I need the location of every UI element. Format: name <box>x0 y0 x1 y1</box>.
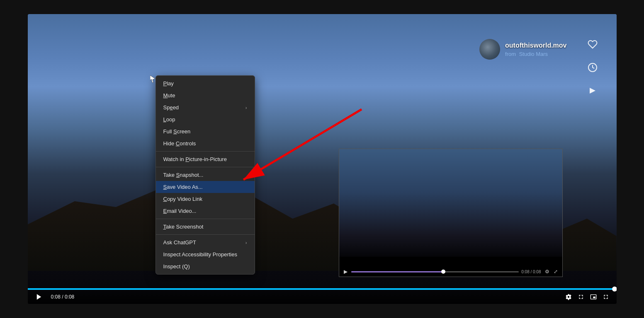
menu-item-mute-label: Mute <box>163 92 175 99</box>
inner-fullscreen-button[interactable]: ⤢ <box>552 268 559 275</box>
menu-item-play-label: Play <box>163 80 174 87</box>
menu-item-speed-label: Speed <box>163 104 179 111</box>
menu-item-hide-controls-label: Hide Controls <box>163 140 196 147</box>
inner-video-controls: ▶ 0:08 / 0:08 ⚙ ⤢ <box>339 267 562 277</box>
separator-4 <box>156 234 255 235</box>
time-display: 0:08 / 0:08 <box>51 294 75 300</box>
menu-item-email-video-label: Email Video... <box>163 208 197 214</box>
menu-item-hide-controls[interactable]: Hide Controls <box>156 137 255 149</box>
menu-item-copy-link[interactable]: Copy Video Link <box>156 193 255 205</box>
menu-item-inspect[interactable]: Inspect (Q) <box>156 260 255 272</box>
controls-row: 0:08 / 0:08 <box>28 290 617 304</box>
menu-item-loop[interactable]: Loop <box>156 113 255 125</box>
menu-item-inspect-accessibility-label: Inspect Accessibility Properties <box>163 251 237 258</box>
video-thumbnail <box>479 39 500 60</box>
menu-item-screenshot[interactable]: Take Screenshot <box>156 221 255 233</box>
menu-item-email-video[interactable]: Email Video... <box>156 205 255 217</box>
video-right-actions <box>585 37 600 98</box>
menu-item-save-video[interactable]: Save Video As... <box>156 181 255 193</box>
time-total: 0:08 <box>65 294 74 300</box>
time-separator: / <box>62 294 65 300</box>
history-button[interactable] <box>585 60 600 75</box>
video-info-text: outofthisworld.mov from Studio Mars <box>505 42 566 57</box>
menu-item-loop-label: Loop <box>163 116 175 123</box>
inner-time-display: 0:08 / 0:08 <box>521 270 541 274</box>
menu-item-inspect-label: Inspect (Q) <box>163 263 190 270</box>
chatgpt-chevron-icon: › <box>245 240 247 245</box>
progress-fill <box>28 288 617 290</box>
svg-marker-1 <box>590 88 595 94</box>
video-top-info: outofthisworld.mov from Studio Mars <box>479 39 566 60</box>
separator-1 <box>156 151 255 152</box>
settings-button[interactable] <box>564 293 573 301</box>
inner-progress-bar[interactable] <box>351 271 519 272</box>
time-current: 0:08 <box>51 294 61 300</box>
video-title: outofthisworld.mov <box>505 42 566 49</box>
inner-video-player: ▶ 0:08 / 0:08 ⚙ ⤢ <box>339 149 563 277</box>
context-menu: Play Mute Speed › Loop Full Screen Hide … <box>156 75 255 275</box>
separator-2 <box>156 167 255 167</box>
menu-item-inspect-accessibility[interactable]: Inspect Accessibility Properties <box>156 248 255 260</box>
main-progress-bar[interactable] <box>28 288 617 290</box>
menu-item-copy-link-label: Copy Video Link <box>163 196 202 202</box>
heart-button[interactable] <box>585 37 600 52</box>
source-label: from <box>505 51 516 57</box>
menu-item-fullscreen-label: Full Screen <box>163 128 191 135</box>
menu-item-fullscreen[interactable]: Full Screen <box>156 125 255 137</box>
speed-chevron-icon: › <box>245 105 247 110</box>
menu-item-pip-label: Watch in Picture-in-Picture <box>163 156 227 162</box>
menu-item-mute[interactable]: Mute <box>156 89 255 101</box>
menu-item-speed[interactable]: Speed › <box>156 101 255 113</box>
video-bottom-bar: 0:08 / 0:08 <box>28 285 617 304</box>
menu-item-ask-chatgpt-label: Ask ChatGPT <box>163 239 196 246</box>
menu-item-ask-chatgpt[interactable]: Ask ChatGPT › <box>156 236 255 248</box>
inner-progress-fill <box>351 271 444 272</box>
video-container: outofthisworld.mov from Studio Mars <box>28 14 617 304</box>
menu-item-snapshot[interactable]: Take Snapshot... <box>156 169 255 181</box>
inner-play-button[interactable]: ▶ <box>343 268 349 275</box>
menu-item-pip[interactable]: Watch in Picture-in-Picture <box>156 153 255 165</box>
source-name: Studio Mars <box>519 51 548 57</box>
separator-3 <box>156 219 255 219</box>
inner-ctrl-icons: ⚙ ⤢ <box>544 268 559 275</box>
outer-frame: outofthisworld.mov from Studio Mars <box>0 0 644 318</box>
progress-dot <box>612 287 617 292</box>
inner-video-bg <box>339 149 562 257</box>
fullscreen-button[interactable] <box>602 293 610 301</box>
menu-item-save-video-label: Save Video As... <box>163 184 203 190</box>
thumbnail-image <box>479 39 500 60</box>
inner-settings-button[interactable]: ⚙ <box>544 268 551 275</box>
menu-item-snapshot-label: Take Snapshot... <box>163 172 204 178</box>
menu-item-screenshot-label: Take Screenshot <box>163 224 204 230</box>
share-button[interactable] <box>585 83 600 98</box>
pip-button[interactable] <box>589 293 598 301</box>
main-play-button[interactable] <box>34 292 44 301</box>
svg-marker-4 <box>36 294 41 300</box>
inner-progress-dot <box>441 270 445 274</box>
menu-item-play[interactable]: Play <box>156 77 255 89</box>
expand-button[interactable] <box>577 293 585 301</box>
video-source: from Studio Mars <box>505 51 566 57</box>
